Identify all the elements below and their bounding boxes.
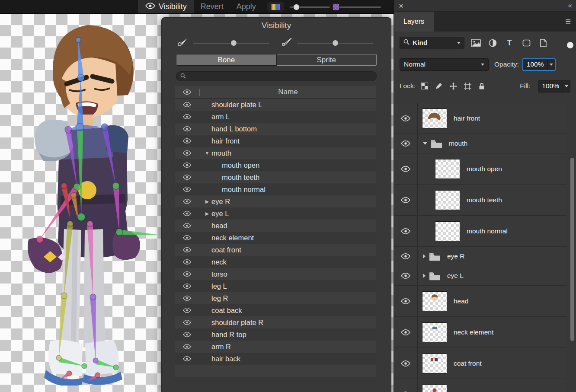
- layers-scrollbar[interactable]: [570, 158, 574, 341]
- slider-knob[interactable]: [293, 4, 300, 10]
- row-visibility-toggle[interactable]: [175, 344, 199, 350]
- row-visibility-toggle[interactable]: [175, 331, 199, 338]
- filter-type-layers-icon[interactable]: T: [504, 37, 515, 48]
- opacity-dropdown-button[interactable]: [547, 59, 555, 70]
- blend-mode-dropdown[interactable]: Normal: [400, 58, 489, 71]
- layer-group-row[interactable]: eye L: [394, 266, 566, 286]
- row-visibility-toggle[interactable]: [175, 235, 199, 241]
- row-visibility-toggle[interactable]: [175, 114, 199, 120]
- visibility-row[interactable]: head: [175, 220, 376, 232]
- row-visibility-toggle[interactable]: [175, 223, 199, 229]
- opacity-value[interactable]: 100%: [523, 59, 547, 70]
- kind-filter-dropdown[interactable]: Kind: [400, 37, 464, 49]
- visibility-row[interactable]: ▼mouth: [175, 147, 376, 159]
- close-icon[interactable]: ×: [399, 2, 403, 10]
- visibility-row[interactable]: coat front: [175, 244, 376, 256]
- layer-row[interactable]: mouth normal: [394, 216, 566, 247]
- layer-row[interactable]: [394, 379, 566, 392]
- fill-input[interactable]: 100%: [538, 80, 570, 92]
- tab-bone[interactable]: Bone: [176, 54, 277, 66]
- row-visibility-toggle[interactable]: [175, 295, 199, 301]
- visibility-row[interactable]: arm L: [175, 111, 376, 123]
- layer-visibility-toggle[interactable]: [394, 247, 418, 266]
- visibility-row[interactable]: shoulder plate L: [175, 99, 376, 111]
- layer-thumbnail[interactable]: [422, 291, 447, 311]
- sprite-transparency-knob[interactable]: [332, 40, 339, 46]
- filter-toggle-icon[interactable]: [567, 42, 573, 48]
- layer-thumbnail[interactable]: [435, 159, 460, 179]
- layer-row[interactable]: neck element: [394, 317, 566, 348]
- layer-visibility-toggle[interactable]: [394, 185, 418, 215]
- layer-thumbnail[interactable]: [422, 108, 447, 128]
- visibility-row[interactable]: coat back: [175, 304, 376, 316]
- bone-color-button[interactable]: [267, 2, 284, 12]
- sprite-transparency-slider[interactable]: [297, 39, 373, 48]
- foldout-expanded-icon[interactable]: ▼: [203, 150, 211, 156]
- layer-visibility-toggle[interactable]: [394, 317, 418, 347]
- filter-adjustment-layers-icon[interactable]: [487, 37, 498, 48]
- row-visibility-toggle[interactable]: [175, 307, 199, 313]
- visibility-row[interactable]: ▶eye L: [175, 207, 376, 220]
- scrollbar-thumb[interactable]: [570, 158, 574, 341]
- visibility-row[interactable]: arm R: [175, 341, 376, 353]
- layer-visibility-toggle[interactable]: [394, 134, 418, 153]
- layer-thumbnail[interactable]: [422, 385, 447, 392]
- row-visibility-toggle[interactable]: [175, 198, 199, 204]
- visibility-search-input[interactable]: [189, 73, 372, 80]
- visibility-search[interactable]: [176, 71, 377, 81]
- group-collapsed-chevron-icon[interactable]: [423, 274, 426, 278]
- group-expanded-chevron-icon[interactable]: [423, 142, 427, 145]
- layer-thumbnail[interactable]: [422, 322, 447, 342]
- toolbar-bone-opacity-slider[interactable]: [290, 0, 330, 14]
- layer-row[interactable]: coat front: [394, 348, 566, 379]
- fill-dropdown-button[interactable]: [563, 80, 570, 92]
- row-visibility-toggle[interactable]: [175, 259, 199, 265]
- row-visibility-toggle[interactable]: [175, 356, 199, 362]
- layer-visibility-toggle[interactable]: [394, 103, 418, 134]
- foldout-collapsed-icon[interactable]: ▶: [203, 211, 211, 217]
- visibility-row[interactable]: mouth teeth: [175, 171, 376, 183]
- group-collapsed-chevron-icon[interactable]: [423, 254, 426, 258]
- lock-transparency-icon[interactable]: [420, 81, 429, 91]
- layer-visibility-toggle[interactable]: [394, 379, 418, 392]
- opacity-input[interactable]: 100%: [522, 58, 556, 71]
- apply-button[interactable]: Apply: [230, 2, 262, 11]
- visibility-row[interactable]: leg R: [175, 292, 376, 304]
- lock-all-padlock-icon[interactable]: [477, 81, 486, 91]
- layer-group-row[interactable]: mouth: [394, 134, 566, 153]
- visibility-row[interactable]: neck: [175, 256, 376, 268]
- visibility-row[interactable]: ▶eye R: [175, 195, 376, 207]
- lock-pixels-brush-icon[interactable]: [434, 81, 444, 91]
- layer-thumbnail[interactable]: [422, 354, 447, 373]
- visibility-toggle-button[interactable]: Visibility: [138, 0, 194, 13]
- panel-menu-icon[interactable]: ≡: [560, 12, 576, 32]
- row-visibility-toggle[interactable]: [175, 247, 199, 253]
- row-visibility-toggle[interactable]: [175, 319, 199, 325]
- row-visibility-toggle[interactable]: [175, 126, 199, 132]
- bone-size-slider[interactable]: [193, 39, 269, 48]
- row-visibility-toggle[interactable]: [175, 174, 199, 180]
- visibility-row[interactable]: hair back: [175, 353, 376, 365]
- filter-smart-objects-icon[interactable]: [538, 37, 549, 48]
- visibility-row[interactable]: neck element: [175, 232, 376, 244]
- layer-visibility-toggle[interactable]: [394, 286, 418, 316]
- sprite-swatch-knob[interactable]: [333, 3, 339, 10]
- layer-row[interactable]: head: [394, 286, 566, 317]
- layer-visibility-toggle[interactable]: [394, 153, 418, 184]
- collapse-panel-icon[interactable]: «: [568, 1, 571, 10]
- lock-position-move-icon[interactable]: [448, 81, 458, 91]
- row-visibility-toggle[interactable]: [175, 210, 199, 217]
- row-visibility-toggle[interactable]: [175, 162, 199, 168]
- row-visibility-toggle[interactable]: [175, 102, 199, 108]
- tab-sprite[interactable]: Sprite: [277, 54, 377, 66]
- row-visibility-toggle[interactable]: [175, 150, 199, 156]
- revert-button[interactable]: Revert: [194, 2, 230, 11]
- visibility-row[interactable]: leg L: [175, 280, 376, 292]
- layer-group-row[interactable]: eye R: [394, 247, 566, 266]
- row-visibility-toggle[interactable]: [175, 283, 199, 289]
- layer-row[interactable]: hair front: [394, 103, 566, 134]
- foldout-collapsed-icon[interactable]: ▶: [203, 199, 211, 204]
- layer-thumbnail[interactable]: [435, 190, 460, 210]
- layer-row[interactable]: mouth open: [394, 153, 566, 185]
- visibility-row[interactable]: hand R top: [175, 328, 376, 341]
